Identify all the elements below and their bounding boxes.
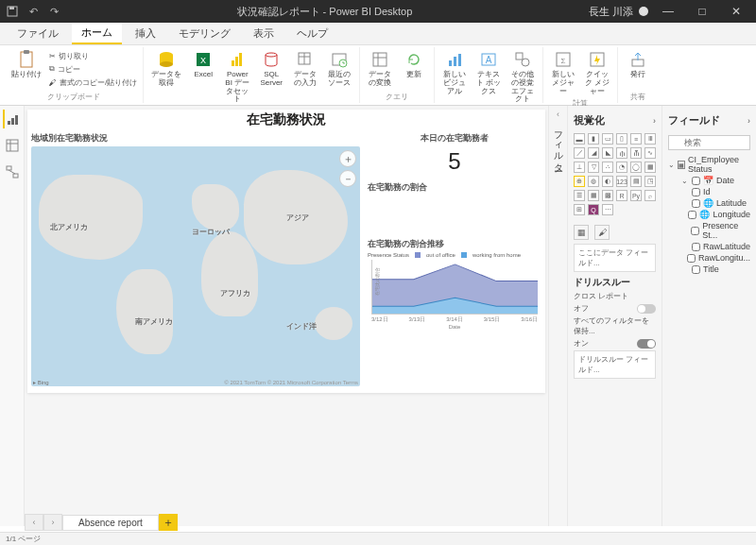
viz-funnel[interactable]: ▽	[588, 162, 599, 173]
undo-icon[interactable]: ↶	[26, 5, 40, 18]
tab-view[interactable]: 表示	[244, 24, 284, 43]
viz-waterfall[interactable]: ⊥	[574, 162, 585, 173]
viz-filled-map[interactable]: ◍	[588, 176, 599, 187]
chevron-right-icon[interactable]: ›	[653, 116, 656, 126]
visualizations-pane: 視覚化› ▬ ▮ ▭ ▯ ≡ Ⅲ ／ ◢ ◣ ⫛ ⫚ ∿ ⊥ ▽ ∴ ◔ ◯ ▦…	[567, 106, 662, 526]
pbi-dataset-button[interactable]: Power BI データセット	[221, 47, 253, 106]
viz-scatter[interactable]: ∴	[602, 162, 613, 173]
more-visuals-button[interactable]: その他の視覚エフェクト	[507, 47, 539, 106]
refresh-button[interactable]: 更新	[398, 47, 430, 81]
viz-clustered-col[interactable]: ▯	[616, 133, 627, 145]
model-view-button[interactable]	[3, 162, 22, 181]
get-data-button[interactable]: データを取得	[147, 47, 185, 90]
viz-ribbon[interactable]: ∿	[644, 147, 656, 159]
format-painter-button[interactable]: 🖌書式のコピー/貼り付け	[49, 76, 137, 89]
paste-button[interactable]: 貼り付け	[8, 47, 45, 81]
svg-rect-3	[24, 50, 29, 54]
report-view-button[interactable]	[3, 110, 22, 128]
tab-modeling[interactable]: モデリング	[169, 24, 240, 43]
field-rawlat[interactable]: RawLatitude	[668, 241, 750, 252]
viz-multi-card[interactable]: ▤	[630, 176, 642, 187]
viz-tree[interactable]: ▦	[644, 162, 656, 173]
map-zoom-in[interactable]: ＋	[339, 150, 356, 167]
viz-matrix[interactable]: ▩	[602, 190, 613, 201]
viz-decomp[interactable]: ⊞	[574, 204, 585, 215]
viz-r[interactable]: R	[616, 190, 627, 201]
viz-slicer[interactable]: ☰	[574, 190, 585, 201]
viz-combo2[interactable]: ⫚	[630, 147, 642, 159]
field-id[interactable]: Id	[668, 186, 750, 197]
save-icon[interactable]	[6, 5, 19, 18]
viz-pie[interactable]: ◔	[616, 162, 627, 173]
user-name[interactable]: 長生 川添	[589, 5, 633, 19]
copy-button[interactable]: ⧉コピー	[49, 62, 137, 76]
viz-py[interactable]: Py	[630, 190, 642, 201]
minimize-button[interactable]: —	[654, 5, 682, 18]
tab-home[interactable]: ホーム	[72, 23, 122, 44]
textbox-button[interactable]: Aテキスト ボックス	[472, 47, 505, 97]
sql-button[interactable]: SQL Server	[255, 47, 287, 90]
tab-insert[interactable]: 挿入	[126, 24, 165, 43]
recent-sources-button[interactable]: 最近のソース	[323, 47, 355, 90]
new-visual-button[interactable]: 新しいビジュアル	[438, 47, 471, 97]
viz-gauge[interactable]: ◐	[602, 176, 613, 187]
map-zoom-out[interactable]: －	[339, 170, 356, 187]
cut-button[interactable]: ✂切り取り	[49, 49, 137, 62]
fields-search-input[interactable]	[668, 135, 750, 150]
map-label-sa: 南アメリカ	[135, 316, 173, 327]
viz-100col[interactable]: Ⅲ	[644, 133, 656, 145]
tab-file[interactable]: ファイル	[8, 24, 68, 43]
format-tab[interactable]: 🖌	[594, 225, 610, 240]
data-view-button[interactable]	[3, 136, 22, 155]
fields-tab[interactable]: ▦	[574, 225, 589, 240]
field-title[interactable]: Title	[668, 264, 750, 275]
maximize-button[interactable]: □	[688, 5, 716, 18]
field-longitude[interactable]: 🌐Longitude	[668, 209, 750, 220]
viz-stacked-col[interactable]: ▮	[588, 133, 599, 145]
viz-table[interactable]: ▦	[588, 190, 599, 201]
field-presence[interactable]: Presence St...	[668, 220, 750, 241]
viz-100bar[interactable]: ≡	[630, 133, 642, 145]
excel-button[interactable]: XExcel	[187, 47, 219, 81]
page-next[interactable]: ›	[43, 514, 62, 531]
table-node[interactable]: ⌄▦CI_Employee Status	[668, 154, 750, 175]
field-rawlon[interactable]: RawLongitu...	[668, 252, 750, 264]
viz-stacked-bar[interactable]: ▬	[574, 133, 585, 145]
close-button[interactable]: ✕	[722, 5, 750, 18]
report-canvas[interactable]: 在宅勤務状況 地域別在宅勤務状況 北アメリカ 南アメリカ ヨーロッパ	[27, 110, 545, 393]
page-prev[interactable]: ‹	[25, 514, 43, 531]
redo-icon[interactable]: ↷	[47, 5, 60, 18]
viz-line[interactable]: ／	[574, 147, 585, 159]
transform-data-button[interactable]: データの変換	[364, 47, 396, 90]
keep-filters-toggle[interactable]	[637, 339, 656, 349]
filters-pane-collapsed[interactable]: ‹ フィルター	[548, 106, 567, 526]
viz-card[interactable]: 123	[616, 176, 627, 187]
field-date-group[interactable]: ⌄📅Date	[668, 175, 750, 186]
chevron-right-icon[interactable]: ›	[747, 116, 750, 126]
publish-button[interactable]: 発行	[622, 47, 654, 81]
viz-more[interactable]: ⋯	[602, 204, 613, 215]
field-latitude[interactable]: 🌐Latitude	[668, 197, 750, 209]
viz-keyinf[interactable]: ⌕	[644, 190, 656, 201]
viz-donut[interactable]: ◯	[630, 162, 642, 173]
user-avatar[interactable]	[639, 7, 648, 16]
drill-well[interactable]: ドリルスルー フィールド...	[574, 350, 656, 379]
page-tab-1[interactable]: Absence report	[62, 515, 159, 531]
viz-qna[interactable]: Q	[588, 204, 599, 215]
field-well[interactable]: ここにデータ フィールド...	[574, 244, 656, 272]
tab-help[interactable]: ヘルプ	[287, 24, 337, 43]
viz-map[interactable]: ⊕	[574, 176, 585, 187]
viz-combo1[interactable]: ⫛	[616, 147, 627, 159]
viz-kpi[interactable]: ◳	[644, 176, 656, 187]
new-measure-button[interactable]: Σ新しいメジャー	[547, 47, 579, 97]
map-visual[interactable]: 北アメリカ 南アメリカ ヨーロッパ アフリカ アジア インド洋 ＋ － ▸ Bi…	[31, 146, 360, 386]
cross-report-toggle[interactable]	[637, 304, 656, 314]
add-page-button[interactable]: ＋	[159, 514, 178, 531]
viz-clustered-bar[interactable]: ▭	[602, 133, 613, 145]
enter-data-button[interactable]: データの入力	[289, 47, 321, 90]
viz-area[interactable]: ◢	[588, 147, 599, 159]
trend-chart[interactable]: 在宅勤務の割合推移 Presence Status out of office …	[368, 238, 541, 391]
viz-stacked-area[interactable]: ◣	[602, 147, 613, 159]
quick-measure-button[interactable]: クイック メジャー	[581, 47, 613, 97]
map-label-af: アフリカ	[220, 288, 250, 298]
